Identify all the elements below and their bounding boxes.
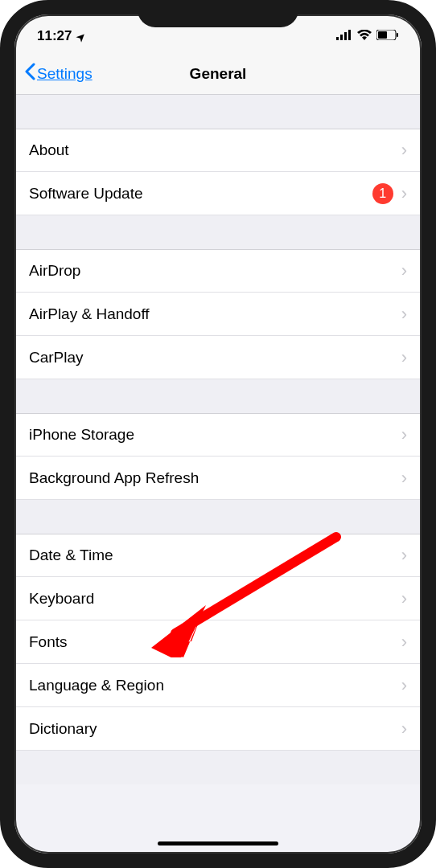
row-label: Date & Time [29,547,113,564]
row-iphone-storage[interactable]: iPhone Storage › [14,413,422,457]
cellular-signal-icon [336,28,352,44]
chevron-right-icon: › [401,675,407,696]
svg-rect-5 [378,31,387,39]
row-carplay[interactable]: CarPlay › [14,336,422,379]
row-label: Keyboard [29,590,94,608]
chevron-right-icon: › [401,545,407,566]
svg-rect-3 [348,30,351,40]
row-label: CarPlay [29,349,84,366]
back-button[interactable]: Settings [24,63,93,84]
home-indicator[interactable] [158,841,278,845]
chevron-right-icon: › [401,347,407,368]
chevron-right-icon: › [401,140,407,161]
location-icon: ➤ [74,29,88,43]
row-label: AirDrop [29,262,80,280]
chevron-right-icon: › [401,260,407,281]
row-airdrop[interactable]: AirDrop › [14,249,422,293]
row-airplay-handoff[interactable]: AirPlay & Handoff › [14,293,422,336]
svg-rect-1 [340,35,343,40]
row-dictionary[interactable]: Dictionary › [14,707,422,751]
row-label: Software Update [29,185,143,203]
row-about[interactable]: About › [14,129,422,172]
row-label: Language & Region [29,677,164,694]
chevron-right-icon: › [401,183,407,204]
chevron-right-icon: › [401,468,407,489]
status-bar: 11:27 ➤ [14,14,422,53]
chevron-right-icon: › [401,632,407,653]
row-label: Dictionary [29,720,97,738]
row-background-app-refresh[interactable]: Background App Refresh › [14,457,422,500]
row-keyboard[interactable]: Keyboard › [14,577,422,620]
row-label: iPhone Storage [29,426,134,444]
settings-list: About › Software Update 1 › AirDrop › Ai… [14,95,422,784]
chevron-left-icon [24,63,35,84]
row-label: Background App Refresh [29,469,199,487]
chevron-right-icon: › [401,304,407,325]
chevron-right-icon: › [401,719,407,739]
navigation-bar: Settings General [14,53,422,95]
battery-icon [376,28,399,44]
back-label: Settings [37,65,93,83]
svg-rect-0 [336,37,339,40]
row-language-region[interactable]: Language & Region › [14,664,422,707]
row-label: AirPlay & Handoff [29,305,150,323]
svg-rect-6 [397,33,398,37]
chevron-right-icon: › [401,424,407,445]
row-date-time[interactable]: Date & Time › [14,534,422,577]
wifi-icon [357,28,372,44]
row-label: About [29,141,69,159]
row-label: Fonts [29,633,68,651]
page-title: General [190,65,247,83]
notification-badge: 1 [372,183,393,204]
row-fonts[interactable]: Fonts › [14,620,422,664]
svg-rect-2 [344,32,347,40]
row-software-update[interactable]: Software Update 1 › [14,172,422,215]
status-time: 11:27 [37,28,72,44]
chevron-right-icon: › [401,588,407,609]
